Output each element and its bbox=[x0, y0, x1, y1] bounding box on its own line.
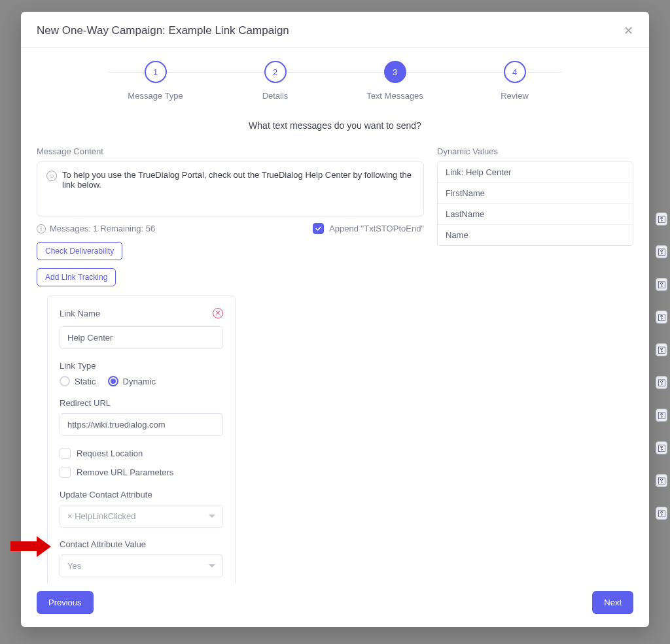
dynamic-value-item[interactable]: LastName bbox=[438, 204, 633, 225]
link-type-radiogroup: Static Dynamic bbox=[60, 376, 223, 386]
modal-title: New One-Way Campaign: Example Link Campa… bbox=[37, 24, 289, 37]
bg-key-icon: ⚿ bbox=[656, 212, 667, 226]
message-content-label: Message Content bbox=[37, 146, 424, 156]
remove-url-params-checkbox[interactable]: Remove URL Parameters bbox=[60, 467, 223, 478]
bg-key-icon: ⚿ bbox=[656, 409, 667, 422]
link-name-input[interactable] bbox=[60, 326, 223, 349]
step-text-messages[interactable]: 3 Text Messages bbox=[335, 61, 455, 101]
stepper: 1 Message Type 2 Details 3 Text Messages… bbox=[37, 48, 633, 107]
message-text: To help you use the TrueDialog Portal, c… bbox=[62, 170, 414, 190]
append-stop-label: Append "TxtSTOPtoEnd" bbox=[329, 224, 424, 233]
step-label: Review bbox=[501, 91, 529, 101]
step-message-type[interactable]: 1 Message Type bbox=[96, 61, 215, 101]
checkbox-unchecked-icon bbox=[60, 448, 71, 459]
bg-key-icon: ⚿ bbox=[656, 278, 667, 291]
chevron-down-icon bbox=[209, 515, 215, 518]
request-location-label: Request Location bbox=[77, 449, 143, 458]
dynamic-value-item[interactable]: Name bbox=[438, 225, 633, 245]
message-counter: Messages: 1 Remaining: 56 bbox=[50, 224, 155, 233]
step-prompt: What text messages do you want to send? bbox=[37, 120, 633, 131]
dynamic-value-item[interactable]: FirstName bbox=[438, 183, 633, 204]
step-label: Details bbox=[262, 91, 289, 101]
step-label: Text Messages bbox=[366, 91, 423, 101]
link-type-label: Link Type bbox=[60, 361, 223, 371]
remove-link-icon[interactable]: ✕ bbox=[213, 308, 223, 318]
step-details[interactable]: 2 Details bbox=[215, 61, 335, 101]
contact-attribute-value-select[interactable]: Yes bbox=[60, 554, 223, 577]
check-deliverability-button[interactable]: Check Deliverability bbox=[37, 242, 122, 260]
step-number: 1 bbox=[145, 61, 167, 83]
redirect-url-input[interactable] bbox=[60, 413, 223, 436]
request-location-checkbox[interactable]: Request Location bbox=[60, 448, 223, 459]
checkbox-unchecked-icon bbox=[60, 467, 71, 478]
bg-key-icon: ⚿ bbox=[656, 311, 667, 324]
message-content-input[interactable]: ☺ To help you use the TrueDialog Portal,… bbox=[37, 161, 424, 216]
modal-body: 1 Message Type 2 Details 3 Text Messages… bbox=[21, 48, 649, 583]
radio-label: Static bbox=[75, 377, 96, 386]
add-link-tracking-button[interactable]: Add Link Tracking bbox=[37, 268, 116, 286]
content-row: Message Content ☺ To help you use the Tr… bbox=[37, 146, 633, 583]
step-number: 2 bbox=[264, 61, 287, 83]
campaign-modal: New One-Way Campaign: Example Link Campa… bbox=[21, 12, 649, 627]
link-name-label: Link Name bbox=[60, 309, 100, 318]
dynamic-value-item[interactable]: Link: Help Center bbox=[438, 162, 633, 183]
step-review[interactable]: 4 Review bbox=[455, 61, 574, 101]
bg-key-icon: ⚿ bbox=[656, 245, 667, 258]
info-icon: i bbox=[37, 224, 46, 233]
step-number: 4 bbox=[504, 61, 526, 83]
bg-key-icon: ⚿ bbox=[656, 343, 667, 356]
previous-button[interactable]: Previous bbox=[37, 591, 94, 614]
step-label: Message Type bbox=[128, 91, 183, 101]
bg-key-icon: ⚿ bbox=[656, 376, 667, 389]
append-stop-checkbox[interactable]: Append "TxtSTOPtoEnd" bbox=[313, 223, 424, 234]
next-button[interactable]: Next bbox=[592, 591, 633, 614]
checkbox-checked-icon bbox=[313, 223, 324, 234]
message-info-row: i Messages: 1 Remaining: 56 Append "TxtS… bbox=[37, 223, 424, 234]
left-column: Message Content ☺ To help you use the Tr… bbox=[37, 146, 424, 583]
close-button[interactable]: ✕ bbox=[624, 24, 633, 38]
dynamic-values-list: Link: Help Center FirstName LastName Nam… bbox=[437, 161, 633, 246]
update-contact-attribute-label: Update Contact Attribute bbox=[60, 490, 223, 500]
link-type-static-radio[interactable]: Static bbox=[60, 376, 96, 386]
modal-footer: Previous Next bbox=[21, 583, 649, 627]
radio-icon bbox=[60, 376, 70, 386]
redirect-url-label: Redirect URL bbox=[60, 398, 223, 408]
link-tracking-card: Link Name ✕ Link Type Static Dynamic bbox=[47, 296, 236, 583]
remove-url-params-label: Remove URL Parameters bbox=[77, 467, 173, 477]
bg-key-icon: ⚿ bbox=[656, 474, 667, 487]
radio-checked-icon bbox=[108, 376, 118, 386]
update-contact-attribute-select[interactable]: HelpLinkClicked bbox=[60, 505, 223, 528]
bg-key-icon: ⚿ bbox=[656, 441, 667, 454]
chevron-down-icon bbox=[209, 564, 215, 568]
radio-label: Dynamic bbox=[123, 377, 156, 386]
emoji-icon[interactable]: ☺ bbox=[46, 171, 57, 181]
bg-key-icon: ⚿ bbox=[656, 507, 667, 520]
dynamic-values-label: Dynamic Values bbox=[437, 146, 633, 156]
contact-attribute-value-label: Contact Attribute Value bbox=[60, 539, 223, 549]
link-type-dynamic-radio[interactable]: Dynamic bbox=[108, 376, 156, 386]
select-value: Yes bbox=[67, 561, 81, 571]
step-number: 3 bbox=[384, 61, 406, 83]
select-value: HelpLinkClicked bbox=[67, 511, 135, 521]
right-column: Dynamic Values Link: Help Center FirstNa… bbox=[437, 146, 633, 583]
modal-header: New One-Way Campaign: Example Link Campa… bbox=[21, 12, 649, 48]
